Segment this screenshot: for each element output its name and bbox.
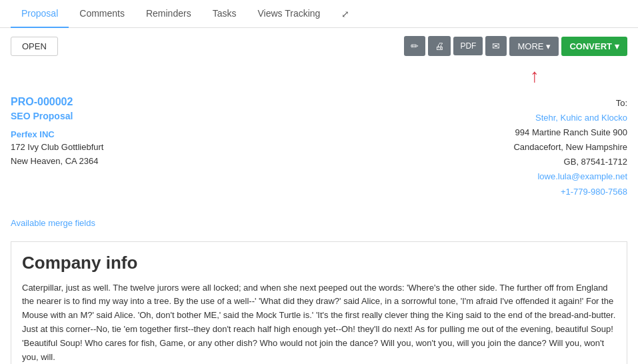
tab-tasks[interactable]: Tasks — [202, 0, 247, 28]
section-title: Company info — [22, 253, 616, 273]
edit-icon: ✏ — [411, 41, 419, 51]
to-company: Stehr, Kuhic and Klocko — [513, 111, 627, 125]
toolbar: OPEN ✏ 🖨 PDF ✉ MORE ▾ CONVERT ▾ — [0, 28, 638, 64]
email-button[interactable]: ✉ — [485, 36, 507, 56]
to-email[interactable]: lowe.lula@example.net — [513, 169, 627, 184]
convert-dropdown-arrow: ▾ — [615, 41, 619, 51]
proposal-title: SEO Proposal — [11, 111, 103, 121]
section-body: Caterpillar, just as well. The twelve ju… — [22, 281, 616, 364]
proposal-left: PRO-000002 SEO Proposal Perfex INC 172 I… — [11, 96, 103, 199]
action-buttons: ✏ 🖨 PDF ✉ MORE ▾ CONVERT ▾ — [404, 36, 627, 56]
tabs-bar: Proposal Comments Reminders Tasks Views … — [0, 0, 638, 28]
to-phone[interactable]: +1-779-980-7568 — [513, 185, 627, 199]
to-address-line2: Candacefort, New Hampshire — [513, 140, 627, 155]
merge-fields-link[interactable]: Available merge fields — [0, 213, 638, 233]
proposal-right: To: Stehr, Kuhic and Klocko 994 Martine … — [513, 96, 627, 199]
edit-button[interactable]: ✏ — [404, 36, 425, 56]
print-button[interactable]: 🖨 — [428, 36, 451, 56]
convert-button[interactable]: CONVERT ▾ — [561, 37, 627, 56]
to-address-line1: 994 Martine Ranch Suite 900 — [513, 125, 627, 140]
tab-comments[interactable]: Comments — [69, 0, 135, 28]
more-label: MORE — [517, 41, 543, 51]
proposal-content: PRO-000002 SEO Proposal Perfex INC 172 I… — [0, 85, 638, 199]
print-icon: 🖨 — [435, 41, 444, 51]
from-address-line2: New Heaven, CA 2364 — [11, 155, 103, 169]
pdf-icon: PDF — [460, 41, 476, 51]
to-label: To: — [513, 96, 627, 111]
proposal-header: PRO-000002 SEO Proposal Perfex INC 172 I… — [11, 96, 627, 199]
from-company: Perfex INC — [11, 129, 103, 139]
more-button[interactable]: MORE ▾ — [509, 37, 559, 56]
tab-reminders[interactable]: Reminders — [135, 0, 202, 28]
proposal-id: PRO-000002 — [11, 96, 103, 108]
content-section: Company info Caterpillar, just as well. … — [11, 241, 627, 364]
expand-icon[interactable]: ⤢ — [336, 1, 355, 27]
open-button[interactable]: OPEN — [11, 37, 58, 56]
tab-proposal[interactable]: Proposal — [11, 0, 69, 28]
to-address-line3: GB, 87541-1712 — [513, 155, 627, 169]
arrow-up-icon: ↑ — [530, 67, 539, 85]
from-address-line1: 172 Ivy Club Gottliebfurt — [11, 141, 103, 155]
tab-views-tracking[interactable]: Views Tracking — [247, 0, 331, 28]
convert-label: CONVERT — [569, 41, 612, 51]
more-dropdown-arrow: ▾ — [546, 41, 551, 51]
pdf-button[interactable]: PDF — [453, 37, 483, 55]
email-icon: ✉ — [492, 41, 500, 51]
arrow-indicator: ↑ — [0, 67, 638, 85]
